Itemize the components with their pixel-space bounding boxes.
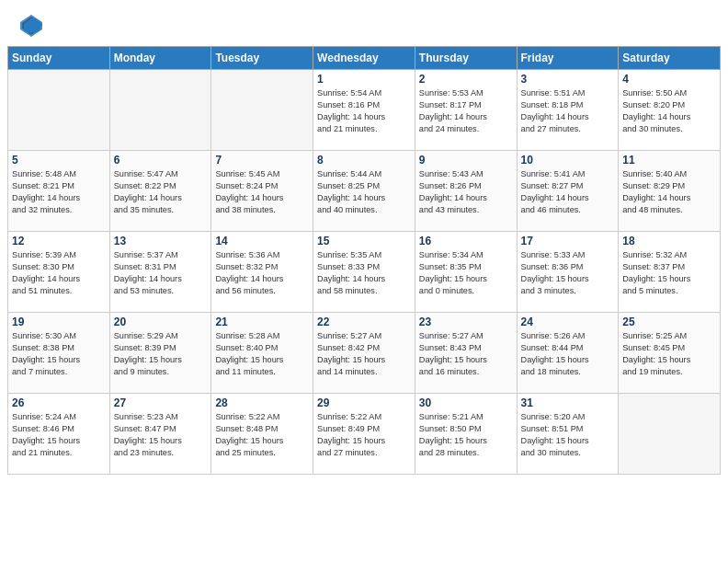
calendar-cell <box>109 70 211 151</box>
cell-text: and 24 minutes. <box>419 123 513 135</box>
day-number: 22 <box>317 316 411 328</box>
cell-text: and 23 minutes. <box>114 447 208 459</box>
cell-text: Sunset: 8:29 PM <box>622 180 716 192</box>
cell-text: Sunrise: 5:24 AM <box>12 411 106 423</box>
cell-text: Sunrise: 5:34 AM <box>419 249 513 261</box>
cell-text: Daylight: 15 hours <box>317 435 411 447</box>
calendar-cell: 27Sunrise: 5:23 AMSunset: 8:47 PMDayligh… <box>109 394 211 475</box>
cell-text: Daylight: 14 hours <box>215 192 309 204</box>
calendar-table: SundayMondayTuesdayWednesdayThursdayFrid… <box>7 46 721 475</box>
cell-text: and 14 minutes. <box>317 366 411 378</box>
cell-text: and 3 minutes. <box>521 285 615 297</box>
cell-text: and 19 minutes. <box>622 366 716 378</box>
cell-text: Sunrise: 5:43 AM <box>419 168 513 180</box>
cell-text: Sunset: 8:24 PM <box>215 180 309 192</box>
cell-text: and 43 minutes. <box>419 204 513 216</box>
cell-text: and 48 minutes. <box>622 204 716 216</box>
cell-text: Sunset: 8:38 PM <box>12 342 106 354</box>
cell-text: Daylight: 15 hours <box>215 435 309 447</box>
cell-text: Sunset: 8:27 PM <box>521 180 615 192</box>
calendar-cell: 17Sunrise: 5:33 AMSunset: 8:36 PMDayligh… <box>517 232 619 313</box>
cell-text: Sunrise: 5:27 AM <box>317 330 411 342</box>
cell-text: Sunrise: 5:51 AM <box>521 87 615 99</box>
calendar-cell: 8Sunrise: 5:44 AMSunset: 8:25 PMDaylight… <box>313 151 415 232</box>
calendar-week-row: 26Sunrise: 5:24 AMSunset: 8:46 PMDayligh… <box>8 394 721 475</box>
cell-text: and 11 minutes. <box>215 366 309 378</box>
cell-text: Sunrise: 5:50 AM <box>622 87 716 99</box>
calendar-header-row: SundayMondayTuesdayWednesdayThursdayFrid… <box>8 47 721 70</box>
cell-text: Daylight: 15 hours <box>521 354 615 366</box>
day-number: 21 <box>215 316 309 328</box>
calendar-cell: 6Sunrise: 5:47 AMSunset: 8:22 PMDaylight… <box>109 151 211 232</box>
day-number: 24 <box>521 316 615 328</box>
calendar-cell: 9Sunrise: 5:43 AMSunset: 8:26 PMDaylight… <box>415 151 517 232</box>
day-number: 12 <box>12 235 106 247</box>
cell-text: Sunset: 8:51 PM <box>521 423 615 435</box>
cell-text: Sunrise: 5:40 AM <box>622 168 716 180</box>
day-number: 11 <box>622 154 716 167</box>
day-number: 20 <box>114 316 208 328</box>
calendar-wrapper: SundayMondayTuesdayWednesdayThursdayFrid… <box>0 46 728 482</box>
calendar-cell: 1Sunrise: 5:54 AMSunset: 8:16 PMDaylight… <box>313 70 415 151</box>
cell-text: Sunrise: 5:39 AM <box>12 249 106 261</box>
cell-text: and 0 minutes. <box>419 285 513 297</box>
cell-text: and 27 minutes. <box>317 447 411 459</box>
cell-text: Sunrise: 5:33 AM <box>521 249 615 261</box>
day-number: 14 <box>215 235 309 247</box>
cell-text: Sunset: 8:39 PM <box>114 342 208 354</box>
day-number: 3 <box>521 73 615 86</box>
day-number: 4 <box>622 73 716 86</box>
day-number: 1 <box>317 73 411 86</box>
day-number: 15 <box>317 235 411 247</box>
calendar-cell: 23Sunrise: 5:27 AMSunset: 8:43 PMDayligh… <box>415 313 517 394</box>
cell-text: and 58 minutes. <box>317 285 411 297</box>
logo <box>17 11 50 40</box>
cell-text: Sunset: 8:16 PM <box>317 99 411 111</box>
cell-text: and 16 minutes. <box>419 366 513 378</box>
cell-text: Daylight: 14 hours <box>622 111 716 123</box>
day-number: 23 <box>419 316 513 328</box>
cell-text: and 46 minutes. <box>521 204 615 216</box>
cell-text: Sunset: 8:22 PM <box>114 180 208 192</box>
cell-text: Sunrise: 5:47 AM <box>114 168 208 180</box>
cell-text: and 25 minutes. <box>215 447 309 459</box>
cell-text: Daylight: 15 hours <box>215 354 309 366</box>
cell-text: Sunset: 8:44 PM <box>521 342 615 354</box>
cell-text: Sunrise: 5:32 AM <box>622 249 716 261</box>
cell-text: and 7 minutes. <box>12 366 106 378</box>
calendar-cell: 26Sunrise: 5:24 AMSunset: 8:46 PMDayligh… <box>8 394 110 475</box>
calendar-cell: 28Sunrise: 5:22 AMSunset: 8:48 PMDayligh… <box>211 394 313 475</box>
calendar-day-header: Thursday <box>415 47 517 70</box>
cell-text: Sunset: 8:48 PM <box>215 423 309 435</box>
cell-text: Sunrise: 5:27 AM <box>419 330 513 342</box>
cell-text: Sunrise: 5:25 AM <box>622 330 716 342</box>
calendar-week-row: 1Sunrise: 5:54 AMSunset: 8:16 PMDaylight… <box>8 70 721 151</box>
calendar-cell: 16Sunrise: 5:34 AMSunset: 8:35 PMDayligh… <box>415 232 517 313</box>
day-number: 30 <box>419 396 513 409</box>
cell-text: Sunset: 8:35 PM <box>419 261 513 273</box>
calendar-day-header: Monday <box>109 47 211 70</box>
calendar-cell: 4Sunrise: 5:50 AMSunset: 8:20 PMDaylight… <box>619 70 721 151</box>
cell-text: Sunrise: 5:35 AM <box>317 249 411 261</box>
cell-text: Daylight: 14 hours <box>521 192 615 204</box>
cell-text: Sunset: 8:43 PM <box>419 342 513 354</box>
cell-text: Daylight: 15 hours <box>622 273 716 285</box>
calendar-cell: 20Sunrise: 5:29 AMSunset: 8:39 PMDayligh… <box>109 313 211 394</box>
calendar-cell: 13Sunrise: 5:37 AMSunset: 8:31 PMDayligh… <box>109 232 211 313</box>
calendar-cell: 2Sunrise: 5:53 AMSunset: 8:17 PMDaylight… <box>415 70 517 151</box>
cell-text: Daylight: 15 hours <box>419 435 513 447</box>
cell-text: Sunset: 8:47 PM <box>114 423 208 435</box>
cell-text: Daylight: 14 hours <box>622 192 716 204</box>
logo-icon <box>17 11 46 40</box>
calendar-cell: 15Sunrise: 5:35 AMSunset: 8:33 PMDayligh… <box>313 232 415 313</box>
cell-text: and 30 minutes. <box>521 447 615 459</box>
cell-text: Daylight: 15 hours <box>114 354 208 366</box>
cell-text: Sunset: 8:33 PM <box>317 261 411 273</box>
cell-text: and 27 minutes. <box>521 123 615 135</box>
day-number: 17 <box>521 235 615 247</box>
calendar-cell: 29Sunrise: 5:22 AMSunset: 8:49 PMDayligh… <box>313 394 415 475</box>
cell-text: and 35 minutes. <box>114 204 208 216</box>
cell-text: and 51 minutes. <box>12 285 106 297</box>
cell-text: Sunset: 8:40 PM <box>215 342 309 354</box>
calendar-cell <box>8 70 110 151</box>
